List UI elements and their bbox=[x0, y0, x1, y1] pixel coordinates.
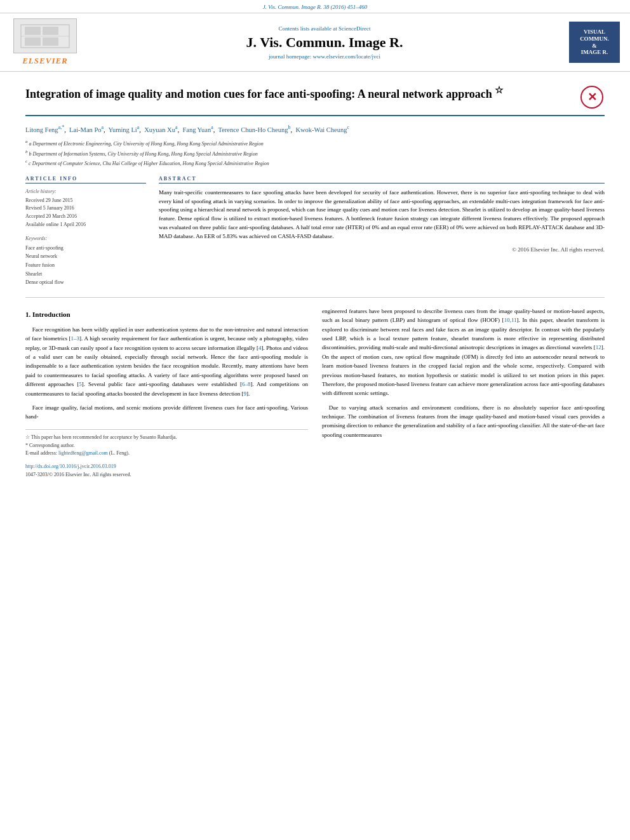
author-yuan: Fang Yuan bbox=[182, 126, 211, 133]
author-li: Yuming Li bbox=[109, 126, 137, 133]
affiliations: a a Department of Electronic Engineering… bbox=[25, 138, 605, 168]
elsevier-label: ELSEVIER bbox=[22, 56, 68, 66]
section-divider bbox=[25, 297, 605, 298]
doi-section: http://dx.doi.org/10.1016/j.jvcir.2016.0… bbox=[25, 463, 308, 479]
accepted-date: Accepted 20 March 2016 bbox=[25, 213, 146, 221]
elsevier-logo-box bbox=[13, 18, 77, 53]
keyword-1: Neural network bbox=[25, 252, 146, 261]
abstract-title: ABSTRACT bbox=[159, 176, 605, 183]
homepage-prefix: journal homepage: bbox=[269, 53, 312, 60]
received-date: Received 29 June 2015 bbox=[25, 197, 146, 205]
article-info-abstract-row: ARTICLE INFO Article history: Received 2… bbox=[25, 176, 605, 287]
revised-date: Revised 5 January 2016 bbox=[25, 204, 146, 213]
crossmark: ✕ bbox=[579, 84, 605, 110]
affil-c-text: c Department of Computer Science, Chu Ha… bbox=[29, 161, 269, 166]
sciencedirect-prefix: Contents lists available at bbox=[279, 25, 338, 32]
keywords-label: Keywords: bbox=[25, 236, 146, 241]
paper-title: Integration of image quality and motion … bbox=[25, 84, 569, 102]
body-left-column: 1. Introduction Face recognition has bee… bbox=[25, 307, 308, 479]
journal-homepage-line: journal homepage: www.elsevier.com/locat… bbox=[93, 53, 556, 60]
affil-a-text: a Department of Electronic Engineering, … bbox=[29, 141, 264, 147]
paper-body: Integration of image quality and motion … bbox=[0, 72, 630, 492]
keyword-2: Feature fusion bbox=[25, 261, 146, 270]
footnote-1: * Corresponding author. bbox=[25, 442, 308, 450]
author-cheung-k: Kwok-Wai Cheung bbox=[295, 126, 347, 133]
ref-6-8[interactable]: 6–8 bbox=[242, 381, 251, 387]
author-cheung-t: Terence Chun-Ho Cheung bbox=[218, 126, 288, 133]
keyword-4: Dense optical flow bbox=[25, 278, 146, 287]
sciencedirect-line: Contents lists available at ScienceDirec… bbox=[93, 25, 556, 32]
svg-rect-2 bbox=[25, 27, 41, 35]
ref-4[interactable]: 4 bbox=[258, 345, 262, 351]
footnotes: ☆ This paper has been recommended for ac… bbox=[25, 429, 308, 458]
footnote-0: ☆ This paper has been recommended for ac… bbox=[25, 434, 308, 442]
paper-star: ☆ bbox=[495, 85, 503, 95]
section1-heading: 1. Introduction bbox=[25, 309, 308, 320]
author-po: Lai-Man Po bbox=[69, 126, 101, 133]
sciencedirect-link-text[interactable]: ScienceDirect bbox=[338, 25, 370, 32]
body-two-columns: 1. Introduction Face recognition has bee… bbox=[25, 307, 605, 479]
keyword-0: Face anti-spoofing bbox=[25, 244, 146, 253]
abstract-text: Many trait-specific countermeasures to f… bbox=[159, 189, 605, 242]
doi-link[interactable]: http://dx.doi.org/10.1016/j.jvcir.2016.0… bbox=[25, 463, 116, 469]
affiliation-c: c c Department of Computer Science, Chu … bbox=[25, 158, 605, 168]
author-feng: Litong Feng bbox=[25, 126, 58, 133]
article-info-title: ARTICLE INFO bbox=[25, 176, 146, 183]
paper-title-section: Integration of image quality and motion … bbox=[25, 84, 605, 116]
body-right-para1: engineered features have been proposed t… bbox=[322, 307, 605, 398]
issn-text: 1047-3203/© 2016 Elsevier Inc. All right… bbox=[25, 471, 308, 479]
journal-topbar: J. Vis. Commun. Image R. 38 (2016) 451–4… bbox=[0, 0, 630, 13]
journal-title: J. Vis. Commun. Image R. bbox=[93, 34, 556, 51]
paper-title-text: Integration of image quality and motion … bbox=[25, 88, 492, 100]
affiliation-b: b b Department of Information Systems, C… bbox=[25, 149, 605, 158]
copyright-line: © 2016 Elsevier Inc. All rights reserved… bbox=[159, 246, 605, 253]
keywords-section: Keywords: Face anti-spoofing Neural netw… bbox=[25, 236, 146, 287]
author-xu: Xuyuan Xu bbox=[144, 126, 175, 133]
svg-rect-3 bbox=[43, 27, 58, 35]
body-right-para2: Due to varying attack scenarios and envi… bbox=[322, 403, 605, 440]
journal-logo-right: VISUALCOMMUN.&IMAGE R. bbox=[569, 22, 620, 63]
article-info-column: ARTICLE INFO Article history: Received 2… bbox=[25, 176, 146, 287]
journal-center: Contents lists available at ScienceDirec… bbox=[80, 25, 569, 60]
ref-10-11[interactable]: 10,11 bbox=[504, 317, 517, 323]
ref-5[interactable]: 5 bbox=[79, 381, 82, 387]
body-para1: Face recognition has been wildly applied… bbox=[25, 325, 308, 398]
authors-line: Litong Fenga,*, Lai-Man Poa, Yuming Lia,… bbox=[25, 124, 605, 135]
email-link[interactable]: lightedfeng@gmail.com bbox=[58, 450, 108, 456]
history-label: Article history: bbox=[25, 189, 146, 194]
visual-logo-text: VISUALCOMMUN.&IMAGE R. bbox=[580, 29, 609, 56]
ref-9[interactable]: 9 bbox=[243, 390, 246, 397]
svg-rect-4 bbox=[25, 37, 41, 46]
topbar-text: J. Vis. Commun. Image R. 38 (2016) 451–4… bbox=[263, 4, 368, 10]
journal-header: ELSEVIER Contents lists available at Sci… bbox=[0, 13, 630, 72]
affiliation-a: a a Department of Electronic Engineering… bbox=[25, 138, 605, 148]
ref-12[interactable]: 12 bbox=[596, 344, 601, 350]
homepage-link[interactable]: www.elsevier.com/locate/jvci bbox=[313, 53, 380, 60]
footnote-2: E-mail address: lightedfeng@gmail.com (L… bbox=[25, 450, 308, 458]
body-right-column: engineered features have been proposed t… bbox=[322, 307, 605, 479]
body-para2: Face image quality, facial motions, and … bbox=[25, 403, 308, 422]
affil-b-text: b Department of Information Systems, Cit… bbox=[29, 150, 258, 156]
elsevier-logo: ELSEVIER bbox=[10, 18, 80, 66]
svg-rect-5 bbox=[43, 37, 58, 46]
ref-1-3[interactable]: 1–3 bbox=[71, 335, 80, 342]
keyword-3: Shearlet bbox=[25, 270, 146, 279]
available-date: Available online 1 April 2016 bbox=[25, 221, 146, 229]
crossmark-icon: ✕ bbox=[580, 86, 603, 109]
abstract-section: ABSTRACT Many trait-specific countermeas… bbox=[159, 176, 605, 287]
